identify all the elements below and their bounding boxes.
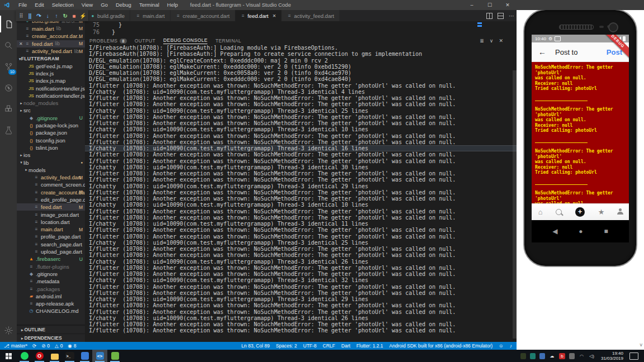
- tree-item[interactable]: ≡.flutter-plugins: [17, 263, 85, 270]
- tree-item[interactable]: ≡create_account.dartM: [17, 189, 85, 196]
- tree-item[interactable]: JSgetFeed.js.map: [17, 63, 85, 70]
- drag-handle-icon[interactable]: ⠿: [17, 13, 26, 19]
- tree-item[interactable]: ≡image_post.dart: [17, 211, 85, 218]
- status-sync[interactable]: ⟳: [32, 343, 36, 349]
- tree-item[interactable]: ≡main.dartM: [17, 226, 85, 233]
- menu-debug[interactable]: Debug: [112, 0, 135, 10]
- status-warnings[interactable]: △0: [55, 343, 63, 349]
- menu-go[interactable]: Go: [97, 0, 112, 10]
- open-editor-item[interactable]: ≡activity_feed.dartlibM: [17, 47, 85, 55]
- taskbar-file-explorer[interactable]: [47, 350, 62, 362]
- beats-icon[interactable]: b: [559, 353, 565, 359]
- tree-item[interactable]: ▸ios: [17, 151, 85, 159]
- tree-item[interactable]: ◆.gitignoreU: [17, 115, 85, 122]
- nav-home-icon[interactable]: ⌂: [538, 208, 543, 216]
- tree-item[interactable]: ≡.packages: [17, 285, 85, 292]
- post-button[interactable]: Post: [607, 48, 622, 56]
- status-segment[interactable]: Ln 83, Col 89: [242, 343, 270, 349]
- tree-item[interactable]: ▾lib●: [17, 159, 85, 166]
- close-button[interactable]: ✕: [499, 0, 517, 10]
- tree-item[interactable]: JSnotificationHandler.js.map: [17, 92, 85, 99]
- tree-item[interactable]: ≡edit_profile_page.dart: [17, 196, 85, 203]
- android-home-button[interactable]: ●: [579, 227, 583, 235]
- pause-icon[interactable]: ||: [26, 13, 35, 19]
- more-actions-icon[interactable]: ⋯: [509, 13, 514, 19]
- panel-tab-terminal[interactable]: TERMINAL: [215, 38, 241, 44]
- start-button[interactable]: [0, 350, 17, 362]
- close-icon[interactable]: ✕: [19, 41, 23, 46]
- android-recents-button[interactable]: ■: [604, 227, 608, 235]
- tree-item[interactable]: ◆.gitignore: [17, 270, 85, 278]
- step-into-icon[interactable]: ↓: [43, 13, 52, 19]
- taskbar-opera[interactable]: O: [32, 350, 47, 362]
- tree-item[interactable]: ▸node_modules: [17, 99, 85, 107]
- step-out-icon[interactable]: ↑: [52, 13, 61, 19]
- menu-view[interactable]: View: [78, 0, 97, 10]
- project-header[interactable]: ▾FLUTTERGRAM: [17, 55, 85, 63]
- tree-item[interactable]: ▸models: [17, 166, 85, 174]
- taskbar-command-prompt[interactable]: >_: [62, 350, 77, 362]
- nav-search-icon[interactable]: [556, 209, 562, 215]
- close-panel-icon[interactable]: ✕: [499, 38, 503, 44]
- bell-icon[interactable]: ♪: [510, 343, 512, 349]
- status-errors[interactable]: ⊘0: [41, 343, 50, 349]
- tree-item[interactable]: {}package.json: [17, 129, 85, 136]
- tree-item[interactable]: ≡.metadata: [17, 278, 85, 285]
- taskbar-clock[interactable]: 19:40 31/03/2019: [601, 351, 623, 361]
- debug-console-output[interactable]: I/FirebaseAuth(10708): [FirebaseAuth:] L…: [85, 45, 517, 335]
- tab-feed-dart[interactable]: ≡feed.dart✕: [235, 10, 282, 21]
- stop-icon[interactable]: ■: [70, 13, 79, 19]
- section-outline[interactable]: ▸OUTLINE: [17, 325, 85, 334]
- tab-create_account-dart[interactable]: ≡create_account.dart: [171, 10, 235, 21]
- tree-item[interactable]: {}package-lock.json: [17, 122, 85, 129]
- tree-item[interactable]: ≡profile_page.dart: [17, 233, 85, 240]
- taskbar-vscode[interactable]: <>: [92, 350, 107, 362]
- tree-item[interactable]: JSnotificationHandler.js: [17, 84, 85, 92]
- status-segment[interactable]: UTF-8: [303, 343, 316, 349]
- nav-profile-icon[interactable]: [618, 210, 622, 215]
- section-dependencies[interactable]: ▸DEPENDENCIES: [17, 334, 85, 342]
- tree-item[interactable]: ≡comment_screen.dart: [17, 181, 85, 188]
- panel-tab-debug-console[interactable]: DEBUG CONSOLE: [163, 37, 207, 44]
- status-segment[interactable]: Dart: [342, 343, 351, 349]
- status-segment[interactable]: Spaces: 2: [276, 343, 297, 349]
- tree-item[interactable]: ▰android.iml: [17, 293, 85, 300]
- menu-selection[interactable]: Selection: [48, 0, 78, 10]
- antivirus-icon[interactable]: [530, 353, 536, 359]
- status-segment[interactable]: CRLF: [323, 343, 335, 349]
- app-blue-icon[interactable]: [539, 353, 545, 359]
- tree-item[interactable]: {}tslint.json: [17, 144, 85, 151]
- menu-help[interactable]: Help: [163, 0, 182, 10]
- activity-test-icon[interactable]: [0, 122, 17, 139]
- tree-item[interactable]: JSindex.js: [17, 70, 85, 77]
- clear-console-icon[interactable]: ≣: [480, 38, 484, 44]
- tree-item[interactable]: ≡feed.dartM: [17, 203, 85, 211]
- panel-tab-output[interactable]: OUTPUT: [135, 38, 155, 44]
- tab-main-dart[interactable]: ≡main.dart: [130, 10, 171, 21]
- status-info[interactable]: ◉8: [68, 343, 76, 349]
- tree-item[interactable]: ≡upload_page.dart: [17, 248, 85, 255]
- menu-edit[interactable]: Edit: [31, 0, 48, 10]
- tree-item[interactable]: ≡search_page.dart: [17, 241, 85, 248]
- activity-explorer-icon[interactable]: [0, 16, 17, 32]
- action-center-icon[interactable]: [629, 353, 638, 360]
- tree-item[interactable]: {}tsconfig.json: [17, 136, 85, 144]
- activity-debug-icon[interactable]: [0, 79, 17, 96]
- tree-item[interactable]: ▲.firebasercU: [17, 255, 85, 263]
- taskbar-android-emulator[interactable]: [107, 350, 122, 362]
- onedrive-cloud-icon[interactable]: ☁: [549, 353, 555, 359]
- android-back-button[interactable]: ◀: [552, 227, 557, 235]
- open-editor-item[interactable]: ≡create_account.dar...M: [17, 32, 85, 40]
- device-icon[interactable]: [569, 353, 575, 359]
- wifi-icon[interactable]: ◠: [579, 353, 585, 359]
- step-over-icon[interactable]: ↷: [35, 13, 44, 19]
- tree-item[interactable]: ▸src: [17, 107, 85, 114]
- manage-gear-icon[interactable]: [0, 322, 17, 339]
- panel-tab-problems[interactable]: PROBLEMS8: [89, 38, 127, 44]
- status-segment[interactable]: Flutter: 1.2.1: [357, 343, 383, 349]
- menu-file[interactable]: File: [15, 0, 31, 10]
- editor-layout-icon[interactable]: [498, 13, 504, 19]
- activity-extensions-icon[interactable]: [0, 101, 17, 117]
- minimize-button[interactable]: –: [463, 0, 481, 10]
- restart-icon[interactable]: ↻: [61, 13, 70, 19]
